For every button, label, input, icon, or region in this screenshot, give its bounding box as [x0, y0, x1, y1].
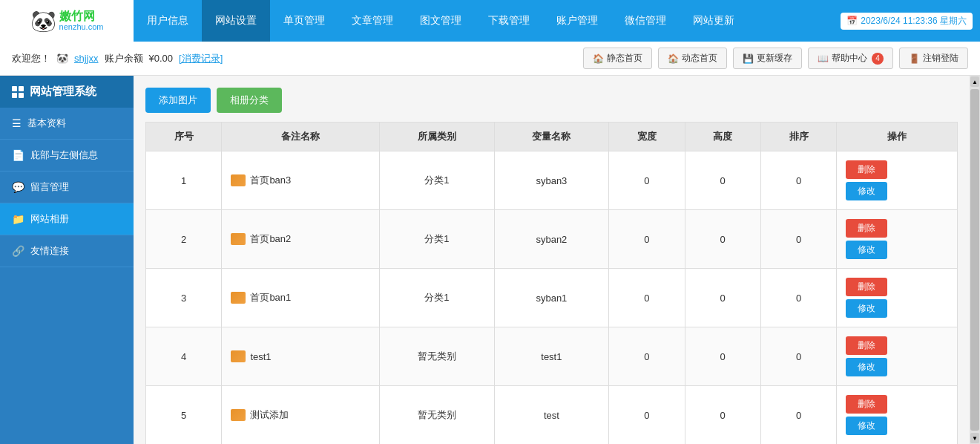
calendar-icon: 📅 [846, 16, 858, 26]
nav-item-account[interactable]: 账户管理 [543, 0, 611, 42]
image-thumb-icon [231, 292, 246, 304]
table-header-row: 序号 备注名称 所属类别 变量名称 宽度 高度 排序 操作 [146, 123, 958, 151]
dynamic-homepage-btn[interactable]: 🏠 动态首页 [658, 48, 727, 69]
static-homepage-btn[interactable]: 🏠 静态首页 [583, 48, 652, 69]
cell-width: 0 [609, 327, 685, 386]
list-icon: ☰ [12, 117, 22, 129]
cell-category: 暂无类别 [380, 386, 495, 445]
edit-btn[interactable]: 修改 [846, 241, 887, 259]
cell-variable: syban2 [494, 210, 609, 269]
cell-category: 分类1 [380, 210, 495, 269]
item-name: test1 [250, 351, 271, 362]
sidebar-item-messages[interactable]: 💬 留言管理 [0, 172, 134, 203]
cell-id: 3 [146, 269, 222, 327]
nav-item-download[interactable]: 下载管理 [475, 0, 543, 42]
cell-actions: 删除 修改 [837, 386, 958, 445]
nav-item-update[interactable]: 网站更新 [680, 0, 748, 42]
col-header-width: 宽度 [609, 123, 685, 151]
top-navigation: 🐼 嫩竹网 nenzhu.com 用户信息 网站设置 单页管理 文章管理 图文管… [0, 0, 980, 42]
logo-sub-text: nenzhu.com [59, 22, 104, 31]
delete-btn[interactable]: 删除 [846, 336, 887, 355]
delete-btn[interactable]: 删除 [846, 395, 887, 414]
cell-actions: 删除 修改 [837, 327, 958, 386]
cell-name: 测试添加 [222, 386, 380, 445]
cell-width: 0 [609, 210, 685, 269]
nav-item-websitesettings[interactable]: 网站设置 [202, 0, 270, 42]
nav-item-userinfo[interactable]: 用户信息 [134, 0, 202, 42]
delete-btn[interactable]: 删除 [846, 278, 887, 296]
cell-width: 0 [609, 386, 685, 445]
sidebar-title: 网站管理系统 [0, 76, 134, 108]
cell-name: test1 [222, 327, 380, 386]
cell-actions: 删除 修改 [837, 151, 958, 210]
sub-header: 欢迎您！ 🐼 shjjxx 账户余额 ¥0.00 [消费记录] 🏠 静态首页 🏠… [0, 42, 980, 76]
sub-header-actions: 🏠 静态首页 🏠 动态首页 💾 更新缓存 📖 帮助中心 4 🚪 注销登陆 [583, 48, 968, 69]
sidebar-item-basicinfo[interactable]: ☰ 基本资料 [0, 108, 134, 140]
main-content: 添加图片 相册分类 序号 备注名称 所属类别 变量名称 宽度 高度 排序 操作 … [134, 76, 970, 444]
cell-order: 0 [760, 327, 836, 386]
cell-order: 0 [760, 386, 836, 445]
delete-btn[interactable]: 删除 [846, 160, 887, 179]
cell-name: 首页ban2 [222, 210, 380, 269]
cell-category: 分类1 [380, 151, 495, 210]
delete-btn[interactable]: 删除 [846, 219, 887, 238]
nav-item-article[interactable]: 文章管理 [338, 0, 407, 42]
col-header-variable: 变量名称 [494, 123, 609, 151]
file-icon: 📄 [12, 149, 24, 161]
cell-height: 0 [685, 269, 760, 327]
cell-actions: 删除 修改 [837, 210, 958, 269]
col-header-id: 序号 [146, 123, 222, 151]
edit-btn[interactable]: 修改 [846, 358, 887, 376]
logout-btn[interactable]: 🚪 注销登陆 [899, 48, 968, 69]
nav-item-singlepage[interactable]: 单页管理 [270, 0, 338, 42]
image-thumb-icon [231, 233, 246, 245]
cell-height: 0 [685, 151, 760, 210]
username[interactable]: shjjxx [74, 53, 99, 64]
action-bar: 添加图片 相册分类 [145, 88, 958, 113]
link-icon: 🔗 [12, 245, 24, 257]
cell-id: 2 [146, 210, 222, 269]
cell-id: 5 [146, 386, 222, 445]
table-row: 3 首页ban1 分类1 syban1 0 0 0 删除 修改 [146, 269, 958, 327]
sidebar-item-album[interactable]: 📁 网站相册 [0, 203, 134, 235]
scroll-thumb[interactable] [970, 89, 979, 431]
image-thumb-icon [231, 350, 246, 362]
sidebar-item-footer[interactable]: 📄 庇部与左侧信息 [0, 140, 134, 172]
cell-actions: 删除 修改 [837, 269, 958, 327]
nav-datetime-area: 📅 2023/6/24 11:23:36 星期六 [833, 0, 980, 42]
update-cache-btn[interactable]: 💾 更新缓存 [733, 48, 802, 69]
help-center-btn[interactable]: 📖 帮助中心 4 [808, 48, 893, 69]
logo: 🐼 嫩竹网 nenzhu.com [0, 0, 134, 42]
cell-name: 首页ban3 [222, 151, 380, 210]
right-scrollbar[interactable]: ▲ ▼ [970, 76, 980, 444]
table-row: 1 首页ban3 分类1 syban3 0 0 0 删除 修改 [146, 151, 958, 210]
edit-btn[interactable]: 修改 [846, 182, 887, 200]
item-name: 首页ban2 [250, 232, 291, 246]
cell-width: 0 [609, 269, 685, 327]
datetime-badge: 📅 2023/6/24 11:23:36 星期六 [841, 13, 973, 30]
album-table: 序号 备注名称 所属类别 变量名称 宽度 高度 排序 操作 1 首页ban3 分… [145, 122, 958, 444]
cell-height: 0 [685, 210, 760, 269]
chat-icon: 💬 [12, 181, 24, 193]
nav-item-imgtext[interactable]: 图文管理 [407, 0, 475, 42]
logo-icon: 🐼 [30, 9, 56, 33]
datetime-text: 2023/6/24 11:23:36 星期六 [861, 15, 967, 27]
edit-btn[interactable]: 修改 [846, 417, 887, 435]
edit-btn[interactable]: 修改 [846, 299, 887, 318]
folder-icon: 📁 [12, 213, 24, 225]
image-thumb-icon [231, 174, 246, 186]
nav-item-wechat[interactable]: 微信管理 [611, 0, 680, 42]
col-header-action: 操作 [837, 123, 958, 151]
album-category-btn[interactable]: 相册分类 [217, 88, 282, 113]
cell-order: 0 [760, 210, 836, 269]
cell-variable: test [494, 386, 609, 445]
nav-menu: 用户信息 网站设置 单页管理 文章管理 图文管理 下载管理 账户管理 微信管理 … [134, 0, 833, 42]
history-link[interactable]: [消费记录] [179, 52, 223, 65]
cell-variable: syban3 [494, 151, 609, 210]
add-image-btn[interactable]: 添加图片 [145, 88, 211, 113]
sidebar-item-friendlinks[interactable]: 🔗 友情连接 [0, 235, 134, 267]
welcome-icon: 🐼 [56, 53, 68, 64]
cell-height: 0 [685, 386, 760, 445]
help-badge: 4 [872, 53, 884, 65]
table-row: 4 test1 暂无类别 test1 0 0 0 删除 修改 [146, 327, 958, 386]
